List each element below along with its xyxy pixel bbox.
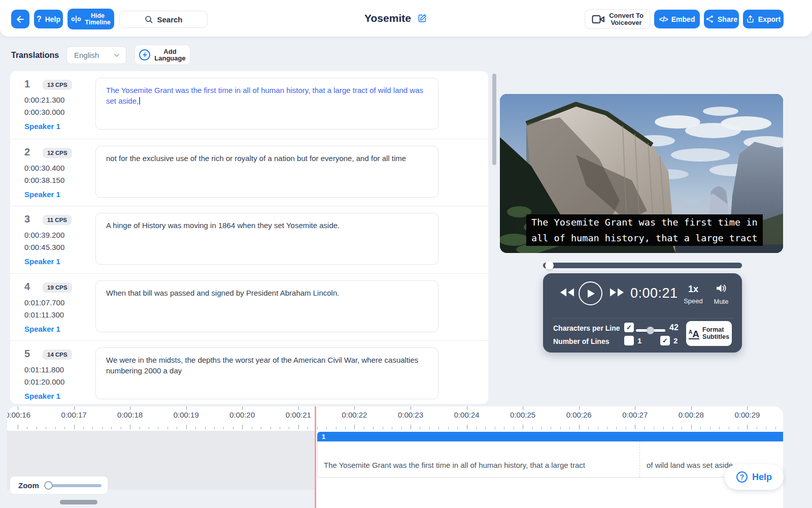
video-preview[interactable]: The Yosemite Grant was the first time in… (500, 94, 783, 253)
block-header[interactable]: 1 (317, 432, 783, 441)
back-button[interactable] (11, 10, 29, 28)
row-index: 3 (24, 213, 30, 225)
ruler-sub-tick (607, 427, 607, 429)
timeline-horizontal-scrollbar[interactable] (60, 500, 97, 504)
video-progress-bar[interactable] (543, 263, 742, 268)
speaker-link[interactable]: Speaker 1 (24, 190, 60, 199)
caption-line-1: The Yosemite Grant was the first time in (526, 214, 763, 230)
end-time[interactable]: 0:01:20.000 (24, 377, 64, 386)
current-time: 0:00:21 (630, 285, 678, 301)
player-controls: 0:00:21 1x Speed Mute Characters per Lin… (543, 273, 742, 353)
cps-badge: 13 CPS (43, 80, 72, 90)
speed-control[interactable]: 1x Speed (683, 284, 703, 305)
slider-knob[interactable] (647, 327, 654, 334)
ruler-sub-tick (448, 427, 449, 429)
one-line-label: 1 (637, 336, 641, 345)
search-icon (144, 15, 153, 24)
timeline-subtitle-block[interactable]: 1 The Yosemite Grant was the first time … (317, 432, 783, 478)
two-lines-checkbox[interactable]: ✓ (660, 336, 670, 345)
block-body[interactable]: The Yosemite Grant was the first time in… (317, 441, 783, 478)
edit-title-icon[interactable] (417, 13, 427, 23)
mute-control[interactable]: Mute (710, 283, 732, 305)
list-scrollbar[interactable] (492, 74, 496, 165)
progress-knob[interactable] (545, 261, 554, 270)
ruler-tick-label: 0:00:16 (7, 410, 30, 419)
ruler-sub-tick (532, 427, 533, 429)
timeline-ruler[interactable]: 0:00:160:00:170:00:180:00:190:00:200:00:… (7, 406, 783, 431)
subtitle-textbox[interactable]: We were in the midsts, the depths the wo… (95, 347, 438, 399)
ruler-major-tick (18, 406, 18, 410)
help-button[interactable]: ? Help (34, 10, 63, 28)
ruler-major-tick (523, 406, 523, 410)
ruler-sub-tick (354, 425, 355, 429)
ruler-sub-tick (514, 427, 514, 429)
video-caption: The Yosemite Grant was the first time in… (526, 214, 763, 246)
ruler-major-tick (298, 406, 299, 410)
ruler-sub-tick (738, 427, 738, 429)
start-time[interactable]: 0:01:11.800 (24, 365, 64, 374)
start-time[interactable]: 0:01:07.700 (24, 298, 64, 307)
speed-label: Speed (683, 297, 703, 305)
ruler-sub-tick (635, 425, 635, 429)
caption-line-2: all of human history, that a large tract (526, 230, 763, 246)
block-text-left: The Yosemite Grant was the first time in… (324, 461, 585, 469)
start-time[interactable]: 0:00:21.300 (24, 96, 64, 104)
subtitle-list: 1 13 CPS 0:00:21.300 0:00:30.000 Speaker… (10, 71, 488, 404)
row-index: 1 (24, 78, 30, 90)
playhead[interactable] (315, 406, 316, 508)
hide-timeline-button[interactable]: HideTimeline (67, 9, 114, 29)
ruler-sub-tick (280, 427, 280, 429)
embed-button[interactable]: </> Embed (654, 10, 700, 28)
share-button[interactable]: Share (704, 10, 739, 28)
start-time[interactable]: 0:00:39.200 (24, 231, 64, 239)
speaker-link[interactable]: Speaker 1 (24, 325, 60, 333)
chars-per-line-slider[interactable] (636, 326, 665, 335)
zoom-label: Zoom (18, 481, 39, 490)
ruler-sub-tick (579, 425, 580, 429)
zoom-slider[interactable] (44, 481, 101, 490)
language-select[interactable]: English (66, 46, 126, 64)
subtitle-row-2: 2 12 CPS 0:00:30.400 0:00:38.150 Speaker… (10, 139, 488, 206)
end-time[interactable]: 0:00:38.150 (24, 176, 64, 184)
language-value: English (74, 51, 99, 59)
chars-per-line-label: Characters per Line (553, 324, 620, 332)
search-input[interactable]: Search (119, 11, 208, 28)
chars-per-line-checkbox[interactable]: ✓ (624, 323, 634, 332)
speaker-link[interactable]: Speaker 1 (24, 392, 60, 400)
speaker-link[interactable]: Speaker 1 (24, 122, 60, 131)
subtitle-textbox[interactable]: A hinge of History was moving in 1864 wh… (95, 213, 438, 265)
end-time[interactable]: 0:00:30.000 (24, 108, 64, 116)
block-line-divider[interactable] (639, 441, 640, 477)
end-time[interactable]: 0:00:45.300 (24, 243, 64, 251)
plus-icon: + (139, 49, 150, 60)
convert-to-voiceover-button[interactable]: Convert ToVoiceover (585, 9, 651, 29)
play-button[interactable] (579, 281, 602, 305)
zoom-slider-knob[interactable] (44, 481, 53, 490)
rewind-icon (560, 288, 575, 297)
subtitle-row-5: 5 14 CPS 0:01:11.800 0:01:20.000 Speaker… (10, 340, 488, 404)
rewind-button[interactable] (560, 288, 575, 299)
ruler-sub-tick (177, 427, 177, 429)
font-format-icon: AA (689, 328, 699, 339)
floating-help-button[interactable]: ? Help (725, 464, 784, 490)
help-pill-label: Help (752, 472, 772, 483)
start-time[interactable]: 0:00:30.400 (24, 164, 64, 172)
ruler-sub-tick (140, 427, 140, 429)
code-icon: </> (659, 15, 668, 23)
subtitle-textbox[interactable]: not for the exclusive use of the rich or… (95, 146, 438, 198)
export-button[interactable]: Export (743, 10, 784, 28)
one-line-checkbox[interactable] (624, 336, 634, 345)
ruler-sub-tick (485, 427, 486, 429)
speaker-link[interactable]: Speaker 1 (24, 257, 60, 266)
row-index: 4 (24, 281, 30, 293)
add-language-button[interactable]: + AddLanguage (134, 45, 190, 65)
ruler-tick-label: 0:00:22 (342, 410, 367, 419)
number-of-lines-label: Number of Lines (553, 337, 609, 345)
subtitle-textbox[interactable]: The Yosemite Grant was the first time in… (95, 78, 438, 130)
format-subtitles-button[interactable]: AA FormatSubtitles (686, 321, 732, 346)
ruler-sub-tick (616, 427, 617, 429)
fast-forward-button[interactable] (609, 288, 624, 299)
subtitle-textbox[interactable]: When that bill was passed and signed by … (95, 280, 438, 332)
end-time[interactable]: 0:01:11.300 (24, 310, 64, 319)
timeline: 0:00:160:00:170:00:180:00:190:00:200:00:… (7, 406, 783, 508)
